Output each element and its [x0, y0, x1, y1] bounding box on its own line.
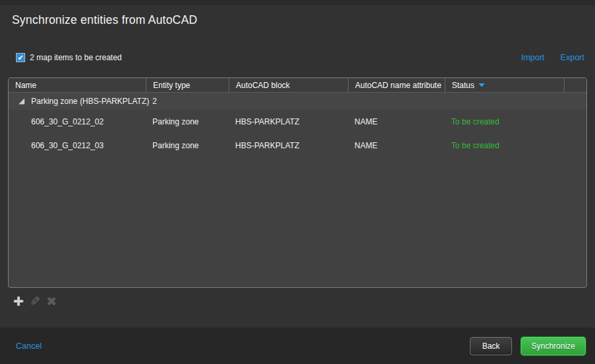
column-header-name-label: Name [15, 81, 36, 90]
group-row-parking-zone[interactable]: Parking zone (HBS-PARKPLATZ) 2 [9, 93, 586, 110]
column-header-autocad-block[interactable]: AutoCAD block [229, 78, 348, 92]
sort-descending-icon [478, 83, 485, 87]
cancel-link[interactable]: Cancel [16, 341, 42, 351]
import-export-links: Import Export [521, 53, 584, 62]
column-header-empty [564, 78, 586, 92]
column-header-status[interactable]: Status [445, 78, 564, 92]
group-expander-expanded-icon[interactable] [19, 99, 25, 105]
checkbox-checked-icon[interactable]: ✔ [16, 53, 25, 62]
column-header-autocad-block-label: AutoCAD block [236, 81, 290, 90]
export-link[interactable]: Export [561, 53, 584, 62]
checkbox-label: 2 map items to be created [30, 53, 122, 62]
column-header-entity-type-label: Entity type [153, 81, 190, 90]
cell-autocad-name-attribute: NAME [348, 117, 445, 126]
edit-icon: ✎ [30, 294, 40, 310]
cell-entity-type: Parking zone [146, 141, 229, 150]
cell-name: 606_30_G_0212_02 [9, 117, 146, 126]
column-header-name[interactable]: Name [9, 78, 146, 92]
import-link[interactable]: Import [521, 53, 544, 62]
row-actions-toolbar: ✚ ✎ ✖ [13, 294, 57, 310]
cell-autocad-name-attribute: NAME [348, 141, 445, 150]
column-header-status-label: Status [452, 81, 474, 90]
column-header-entity-type[interactable]: Entity type [146, 78, 229, 92]
entities-table: Name Entity type AutoCAD block AutoCAD n… [8, 77, 587, 288]
cell-autocad-block: HBS-PARKPLATZ [229, 141, 348, 150]
table-header-row: Name Entity type AutoCAD block AutoCAD n… [9, 78, 586, 93]
cell-name: 606_30_G_0212_03 [9, 141, 146, 150]
delete-icon: ✖ [46, 294, 57, 310]
table-row[interactable]: 606_30_G_0212_02 Parking zone HBS-PARKPL… [9, 110, 586, 134]
page-title: Synchronize entities from AutoCAD [12, 13, 197, 27]
cell-status: To be created [445, 117, 564, 126]
add-icon[interactable]: ✚ [13, 294, 24, 310]
column-header-autocad-name-attribute-label: AutoCAD name attribute [355, 81, 441, 90]
cell-autocad-block: HBS-PARKPLATZ [229, 117, 348, 126]
group-row-count: 2 [146, 97, 229, 106]
column-header-autocad-name-attribute[interactable]: AutoCAD name attribute [348, 78, 445, 92]
group-row-label: Parking zone (HBS-PARKPLATZ) [31, 97, 149, 106]
footer-bar: Cancel Back Synchronize [0, 328, 595, 364]
table-row[interactable]: 606_30_G_0212_03 Parking zone HBS-PARKPL… [9, 134, 586, 158]
cell-entity-type: Parking zone [146, 117, 229, 126]
synchronize-button[interactable]: Synchronize [521, 337, 586, 355]
map-items-checkbox[interactable]: ✔ 2 map items to be created [16, 53, 122, 62]
cell-status: To be created [445, 141, 564, 150]
back-button[interactable]: Back [470, 337, 512, 355]
window-top-edge [0, 0, 595, 5]
